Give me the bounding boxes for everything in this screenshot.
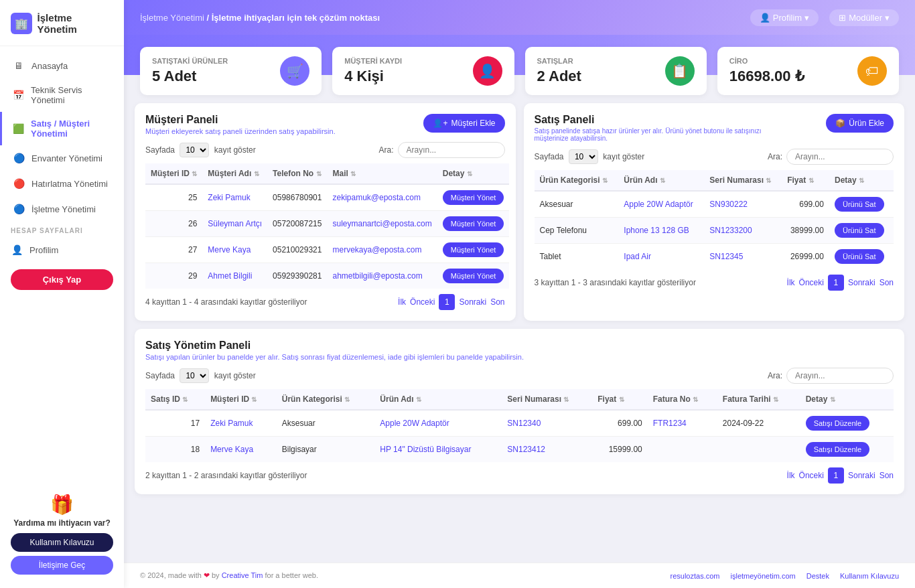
musteri-btn-cell: Müşteri Yönet bbox=[437, 237, 510, 263]
satis-col-ad: Ürün Adı ⇅ bbox=[618, 170, 704, 191]
sidebar-item-satis[interactable]: 🟩 Satış / Müşteri Yönetimi bbox=[0, 112, 124, 145]
satisyonetim-page-select[interactable]: 10 bbox=[180, 368, 209, 383]
satis-duzenle-button[interactable]: Satışı Düzenle bbox=[806, 442, 870, 457]
stat-label-1: MÜŞTERİ KAYDI bbox=[344, 57, 402, 65]
breadcrumb-link1[interactable]: İşletme Yönetimi bbox=[140, 13, 204, 23]
satis-son[interactable]: Son bbox=[879, 278, 894, 287]
urun-sat-button[interactable]: Ürünü Sat bbox=[835, 197, 884, 212]
musteri-page-select[interactable]: 10 bbox=[180, 143, 209, 157]
footer-creativetim[interactable]: Creative Tim bbox=[222, 571, 263, 579]
satis-kategori: Cep Telefonu bbox=[535, 218, 619, 244]
kayit-goster-label3: kayıt göster bbox=[214, 371, 256, 380]
musteri-yonet-button[interactable]: Müşteri Yönet bbox=[443, 242, 504, 257]
footer-link-isletme[interactable]: işletmeyönetim.com bbox=[731, 572, 796, 580]
satis-onceki[interactable]: Önceki bbox=[799, 278, 824, 287]
musteri-panel-title: Müşteri Paneli bbox=[145, 114, 336, 126]
satis-kategori: Tablet bbox=[535, 244, 619, 270]
musteri-tel: 05929390281 bbox=[267, 263, 327, 289]
iletisim-button[interactable]: İletişime Geç bbox=[11, 556, 113, 575]
moduller-button[interactable]: ⊞ Modüller ▾ bbox=[829, 9, 899, 26]
musteri-btn-cell: Müşteri Yönet bbox=[437, 184, 510, 211]
footer-left: © 2024, made with ❤ by Creative Tim for … bbox=[140, 571, 318, 580]
user-icon: 👤 bbox=[760, 13, 770, 23]
sidebar-item-envanter[interactable]: 🔵 Envanter Yönetimi bbox=[0, 145, 124, 171]
stat-satis-urunler: SATIŞTAKİ ÜRÜNLER 5 Adet 🛒 bbox=[140, 47, 322, 95]
satis-col-fiyat: Fiyat ⇅ bbox=[782, 170, 829, 191]
urun-sat-button[interactable]: Ürünü Sat bbox=[835, 223, 884, 238]
satis-panel-subtitle: Satış panelinde satışa hazır ürünler yer… bbox=[535, 127, 762, 142]
satis-ilk[interactable]: İlk bbox=[787, 278, 795, 287]
satis-panel-header: Satış Paneli Satış panelinde satışa hazı… bbox=[535, 114, 894, 142]
cikis-button[interactable]: Çıkış Yap bbox=[11, 269, 113, 290]
musteri-search-input[interactable] bbox=[398, 142, 505, 158]
sidebar-item-teknik[interactable]: 📅 Teknik Servis Yönetimi bbox=[0, 78, 124, 112]
topbar-right: 👤 Profilim ▾ ⊞ Modüller ▾ bbox=[750, 9, 899, 26]
stat-satislar: SATIŞLAR 2 Adet 📋 bbox=[525, 47, 707, 95]
satis-search-input[interactable] bbox=[786, 149, 894, 165]
satis-btn-cell: Ürünü Sat bbox=[829, 244, 894, 270]
musteri-sonraki[interactable]: Sonraki bbox=[459, 297, 486, 307]
musteri-son[interactable]: Son bbox=[490, 297, 504, 307]
content-area: Müşteri Paneli Müşteri ekleyerek satış p… bbox=[124, 100, 915, 563]
sy-fiyat: 15999.00 bbox=[592, 437, 648, 463]
kullanim-button[interactable]: Kullanım Kılavuzu bbox=[11, 533, 113, 552]
sy-sonraki[interactable]: Sonraki bbox=[848, 471, 875, 480]
sidebar-item-label: İşletme Yönetimi bbox=[31, 204, 96, 214]
satisyonetim-table-row: 18 Merve Kaya Bilgisayar HP 14" Dizüstü … bbox=[145, 437, 894, 463]
footer-link-kullanim[interactable]: Kullanım Kılavuzu bbox=[840, 572, 899, 580]
musteri-yonet-button[interactable]: Müşteri Yönet bbox=[443, 269, 504, 283]
sy-son[interactable]: Son bbox=[879, 471, 894, 480]
sidebar-item-hatirlatma[interactable]: 🔴 Hatırlatma Yönetimi bbox=[0, 171, 124, 196]
satisyonetim-search-input[interactable] bbox=[786, 368, 894, 384]
sidebar-logo-text: İşletme Yönetim bbox=[38, 12, 113, 35]
sidebar-item-profilim[interactable]: 👤 Profilim bbox=[0, 237, 124, 263]
musteri-ad: Süleyman Artçı bbox=[202, 211, 267, 237]
stat-label-2: SATIŞLAR bbox=[537, 57, 581, 65]
satis-panel: Satış Paneli Satış panelinde satışa hazı… bbox=[524, 103, 905, 321]
satis-table-row: Aksesuar Apple 20W Adaptör SN930222 699.… bbox=[535, 191, 894, 218]
satis-sonraki[interactable]: Sonraki bbox=[848, 278, 875, 287]
sidebar-item-anasayfa[interactable]: 🖥 Anasayfa bbox=[0, 53, 124, 78]
sy-fatura: FTR1234 bbox=[648, 410, 717, 437]
musteri-ekle-button[interactable]: 👤+ Müşteri Ekle bbox=[423, 114, 504, 133]
musteri-pagination: 4 kayıttan 1 - 4 arasındaki kayıtlar gös… bbox=[145, 294, 505, 310]
business-icon: 🔵 bbox=[13, 203, 25, 215]
sy-onceki[interactable]: Önceki bbox=[799, 471, 824, 480]
footer-link-destek[interactable]: Destek bbox=[806, 572, 829, 580]
musteri-ilk[interactable]: İlk bbox=[398, 297, 406, 307]
musteri-yonet-button[interactable]: Müşteri Yönet bbox=[443, 190, 504, 205]
urun-ekle-label: Ürün Ekle bbox=[849, 119, 884, 128]
urun-sat-button[interactable]: Ürünü Sat bbox=[835, 249, 884, 264]
satisyonetim-panel-title: Satış Yönetim Paneli bbox=[145, 340, 524, 352]
help-icon: 🎁 bbox=[11, 494, 113, 516]
stat-label-3: CİRO bbox=[729, 57, 804, 65]
stat-value-0: 5 Adet bbox=[152, 68, 228, 85]
footer-link-resuloztas[interactable]: resuloztas.com bbox=[671, 572, 720, 580]
satis-btn-cell: Ürünü Sat bbox=[829, 218, 894, 244]
sy-seri: SN123412 bbox=[502, 437, 592, 463]
stat-value-3: 16698.00 ₺ bbox=[729, 68, 804, 85]
sidebar-item-isletme[interactable]: 🔵 İşletme Yönetimi bbox=[0, 196, 124, 222]
satis-duzenle-button[interactable]: Satışı Düzenle bbox=[806, 416, 870, 431]
musteri-yonet-button[interactable]: Müşteri Yönet bbox=[443, 216, 504, 231]
breadcrumb-current: İşletme ihtiyaçları için tek çözüm nokta… bbox=[212, 13, 380, 23]
satis-page-select[interactable]: 10 bbox=[569, 149, 598, 164]
urun-ekle-button[interactable]: 📦 Ürün Ekle bbox=[826, 114, 894, 133]
musteri-ekle-label: Müşteri Ekle bbox=[451, 119, 495, 128]
satis-table-row: Cep Telefonu Iphone 13 128 GB SN1233200 … bbox=[535, 218, 894, 244]
sy-fiyat: 699.00 bbox=[592, 410, 648, 437]
musteri-btn-cell: Müşteri Yönet bbox=[437, 263, 510, 289]
sayfada-label: Sayfada bbox=[145, 145, 175, 155]
satis-col-seri: Seri Numarası ⇅ bbox=[704, 170, 782, 191]
musteri-onceki[interactable]: Önceki bbox=[410, 297, 435, 307]
reminder-icon: 🔴 bbox=[13, 177, 25, 190]
satis-fiyat: 38999.00 bbox=[782, 218, 829, 244]
top-panels-row: Müşteri Paneli Müşteri ekleyerek satış p… bbox=[135, 103, 904, 321]
sy-ilk[interactable]: İlk bbox=[787, 471, 795, 480]
footer: © 2024, made with ❤ by Creative Tim for … bbox=[124, 563, 915, 588]
profilim-button[interactable]: 👤 Profilim ▾ bbox=[750, 9, 819, 26]
sy-tarih bbox=[717, 437, 800, 463]
profilim-label: Profilim bbox=[773, 13, 802, 23]
satisyonetim-table-controls: Sayfada 10 kayıt göster Ara: bbox=[145, 368, 894, 384]
sayfada-label3: Sayfada bbox=[145, 371, 175, 380]
